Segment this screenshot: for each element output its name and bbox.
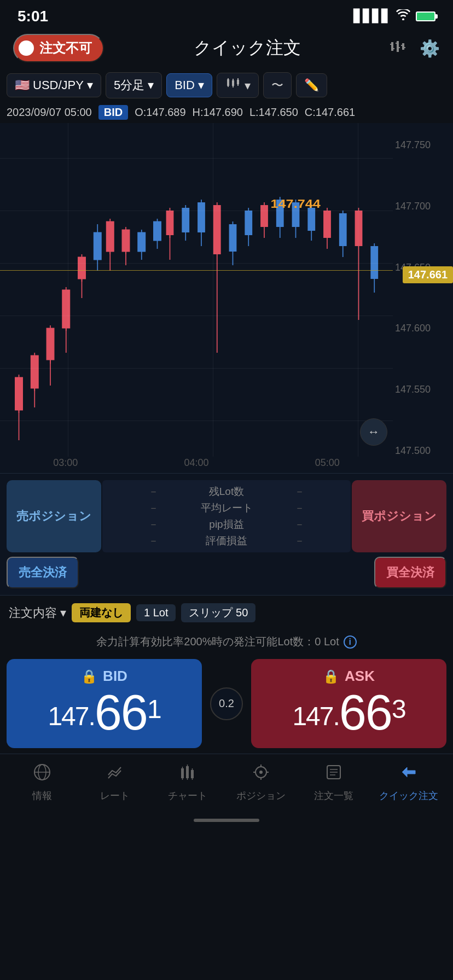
svg-rect-82 bbox=[339, 213, 347, 246]
order-settings-label[interactable]: 注文内容 ▾ bbox=[9, 605, 66, 621]
ask-price-prefix: 147. bbox=[292, 702, 339, 731]
grid-h-2 bbox=[0, 211, 393, 211]
order-status-dot bbox=[19, 40, 34, 56]
grid-v-1 bbox=[68, 123, 68, 457]
svg-rect-9 bbox=[227, 79, 229, 86]
bid-button[interactable]: 🔒 BID 147.661 bbox=[7, 659, 202, 748]
svg-rect-25 bbox=[47, 328, 54, 360]
buy-close-button[interactable]: 買全決済 bbox=[374, 557, 446, 588]
price-type-label: BID bbox=[175, 78, 195, 92]
timeframe-chevron: ▾ bbox=[148, 78, 154, 92]
nav-label-info: 情報 bbox=[32, 789, 52, 802]
order-settings-chevron: ▾ bbox=[60, 606, 66, 620]
price-type-selector[interactable]: BID ▾ bbox=[166, 73, 212, 97]
bid-price-main: 66 bbox=[95, 685, 147, 740]
pip-label: pip損益 bbox=[201, 517, 253, 532]
ask-price-display: 147.663 bbox=[262, 688, 435, 737]
chart-open: O:147.689 bbox=[135, 106, 185, 119]
price-label-1: 147.750 bbox=[395, 139, 451, 151]
indicator-btn[interactable]: 〜 bbox=[263, 72, 292, 98]
nav-item-chart[interactable]: チャート bbox=[160, 763, 215, 802]
ask-price-suffix: 3 bbox=[392, 695, 405, 724]
slip-tag[interactable]: スリップ 50 bbox=[181, 603, 255, 622]
ryoken-tag[interactable]: 両建なし bbox=[72, 603, 131, 622]
lot-tag[interactable]: 1 Lot bbox=[136, 604, 176, 621]
chart-close: C:147.661 bbox=[305, 106, 355, 119]
buy-rate-value: － bbox=[257, 501, 342, 515]
price-label-4: 147.600 bbox=[395, 323, 451, 334]
svg-rect-58 bbox=[213, 205, 221, 254]
ask-button[interactable]: 🔒 ASK 147.663 bbox=[251, 659, 446, 748]
chart-nav-icon bbox=[178, 763, 197, 786]
bid-price-suffix: 1 bbox=[147, 695, 161, 724]
lot-info: 余力計算有効比率200%時の発注可能Lot数：0 Lot i bbox=[0, 630, 453, 654]
sell-eval-value: － bbox=[111, 534, 196, 548]
sell-position-label: 売ポジション bbox=[7, 480, 101, 552]
pair-selector[interactable]: 🇺🇸 USD/JPY ▾ bbox=[7, 73, 101, 97]
candlestick-type-btn[interactable]: ▾ bbox=[217, 73, 259, 98]
orders-nav-icon bbox=[324, 763, 343, 786]
status-time: 5:01 bbox=[18, 8, 48, 25]
sell-rate-value: － bbox=[111, 501, 196, 515]
bid-price-prefix: 147. bbox=[48, 702, 94, 731]
ask-price-main: 66 bbox=[339, 685, 392, 740]
info-icon[interactable]: i bbox=[344, 635, 357, 649]
price-type-chevron: ▾ bbox=[198, 78, 204, 92]
svg-rect-12 bbox=[232, 80, 234, 86]
svg-rect-6 bbox=[402, 43, 404, 50]
buy-pip-value: － bbox=[257, 517, 342, 532]
chart-price-type-badge: BID bbox=[98, 105, 128, 120]
svg-rect-15 bbox=[237, 80, 239, 84]
time-label-3: 05:00 bbox=[315, 457, 340, 469]
eval-label: 評価損益 bbox=[201, 534, 253, 548]
page-title: クイック注文 bbox=[194, 36, 301, 60]
lot-label: 残Lot数 bbox=[201, 485, 253, 499]
svg-rect-37 bbox=[106, 221, 114, 252]
ask-label: 🔒 ASK bbox=[262, 668, 435, 685]
grid-h-5 bbox=[0, 368, 393, 369]
grid-h-3 bbox=[0, 263, 393, 264]
svg-point-104 bbox=[259, 771, 263, 774]
chart-container[interactable]: 147.744 147.750 147.700 147.650 147.600 … bbox=[0, 123, 453, 473]
price-horizontal-line bbox=[0, 270, 393, 271]
svg-rect-96 bbox=[191, 770, 194, 778]
nav-label-chart: チャート bbox=[168, 789, 207, 802]
lot-info-text: 余力計算有効比率200%時の発注可能Lot数：0 Lot bbox=[96, 634, 339, 649]
price-label-2: 147.700 bbox=[395, 201, 451, 212]
nav-item-orders[interactable]: 注文一覧 bbox=[306, 763, 361, 802]
settings-icon[interactable]: ⚙️ bbox=[420, 39, 440, 58]
nav-label-orders: 注文一覧 bbox=[314, 789, 353, 802]
timeframe-label: 5分足 bbox=[114, 77, 144, 94]
buy-lot-value: － bbox=[257, 485, 342, 499]
rates-icon bbox=[106, 763, 124, 786]
position-action-row: 売全決済 買全決済 bbox=[7, 557, 446, 588]
time-labels: 03:00 04:00 05:00 bbox=[0, 457, 393, 469]
grid-h-1 bbox=[0, 158, 393, 159]
rate-label: 平均レート bbox=[201, 501, 253, 515]
expand-button[interactable]: ↔ bbox=[360, 418, 387, 446]
nav-item-quick[interactable]: クイック注文 bbox=[379, 763, 438, 802]
order-status-button[interactable]: 注文不可 bbox=[13, 34, 104, 62]
buy-eval-value: － bbox=[257, 534, 342, 548]
action-spacer bbox=[79, 557, 374, 588]
grid-v-3 bbox=[358, 123, 358, 457]
bottom-nav: 情報 レート チャート bbox=[0, 754, 453, 819]
svg-rect-28 bbox=[62, 290, 70, 328]
candlestick-chevron: ▾ bbox=[245, 79, 251, 92]
buy-position-label: 買ポジション bbox=[352, 480, 446, 552]
bid-price-display: 147.661 bbox=[18, 688, 191, 737]
nav-item-position[interactable]: ポジション bbox=[234, 763, 288, 802]
signal-icon: ▋▋▋▋ bbox=[353, 9, 391, 24]
nav-item-info[interactable]: 情報 bbox=[15, 763, 69, 802]
svg-rect-94 bbox=[181, 768, 184, 778]
draw-btn[interactable]: ✏️ bbox=[296, 73, 327, 97]
toolbar: 🇺🇸 USD/JPY ▾ 5分足 ▾ BID ▾ ▾ 〜 ✏️ bbox=[0, 69, 453, 102]
sell-close-button[interactable]: 売全決済 bbox=[7, 557, 79, 588]
position-header-row: 売ポジション － 残Lot数 － － 平均レート － － pip損益 － － 評… bbox=[7, 480, 446, 552]
pair-chevron: ▾ bbox=[87, 78, 93, 92]
timeframe-selector[interactable]: 5分足 ▾ bbox=[106, 72, 162, 98]
flag-icon: 🇺🇸 bbox=[15, 78, 30, 92]
nav-item-rates[interactable]: レート bbox=[88, 763, 142, 802]
chart-type-icon[interactable] bbox=[390, 39, 409, 58]
grid-h-4 bbox=[0, 316, 393, 316]
